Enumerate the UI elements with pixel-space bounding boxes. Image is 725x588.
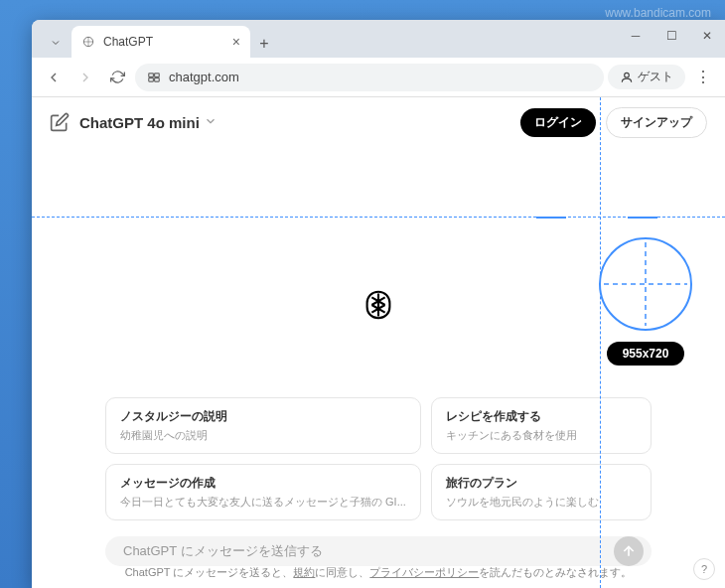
card-subtitle: 今日一日とても大変な友人に送るメッセージと子猫の GI... xyxy=(120,495,406,510)
address-bar: chatgpt.com ゲスト ⋮ xyxy=(32,58,725,97)
app-header: ChatGPT 4o mini ログイン サインアップ xyxy=(32,97,725,147)
suggestion-card[interactable]: 旅行のプラン ソウルを地元民のように楽しむ xyxy=(431,464,652,520)
browser-window: ─ ☐ ✕ ChatGPT × + chatgpt.c xyxy=(32,20,725,588)
terms-link[interactable]: 規約 xyxy=(293,566,315,578)
suggestion-card[interactable]: ノスタルジーの説明 幼稚園児への説明 xyxy=(105,397,421,454)
card-title: メッセージの作成 xyxy=(120,475,406,492)
nav-forward-button[interactable] xyxy=(72,64,99,91)
page-content: ChatGPT 4o mini ログイン サインアップ 955x720 xyxy=(32,97,725,588)
site-settings-icon[interactable] xyxy=(147,71,161,84)
openai-logo-icon xyxy=(360,286,397,324)
suggestion-cards: ノスタルジーの説明 幼稚園児への説明 レシピを作成する キッチンにある食材を使用… xyxy=(105,397,652,520)
browser-tab[interactable]: ChatGPT × xyxy=(72,26,250,58)
window-maximize[interactable]: ☐ xyxy=(653,20,689,52)
guest-label: ゲスト xyxy=(638,69,673,85)
card-subtitle: 幼稚園児への説明 xyxy=(120,428,406,443)
login-button[interactable]: ログイン xyxy=(520,108,596,137)
footer-disclaimer: ChatGPT にメッセージを送ると、規約に同意し、プライバシーポリシーを読んだ… xyxy=(32,565,725,580)
compose-icon[interactable] xyxy=(50,112,70,132)
send-button[interactable] xyxy=(614,536,644,566)
signup-button[interactable]: サインアップ xyxy=(606,107,707,138)
help-button[interactable]: ? xyxy=(693,558,715,580)
privacy-link[interactable]: プライバシーポリシー xyxy=(369,566,479,578)
chevron-down-icon xyxy=(204,114,218,131)
input-placeholder: ChatGPT にメッセージを送信する xyxy=(123,542,614,560)
suggestion-card[interactable]: メッセージの作成 今日一日とても大変な友人に送るメッセージと子猫の GI... xyxy=(105,464,421,520)
tab-search-icon[interactable] xyxy=(40,28,72,58)
main-area: ノスタルジーの説明 幼稚園児への説明 レシピを作成する キッチンにある食材を使用… xyxy=(32,147,725,526)
card-title: ノスタルジーの説明 xyxy=(120,408,406,425)
svg-rect-3 xyxy=(149,77,154,81)
message-input[interactable]: ChatGPT にメッセージを送信する xyxy=(105,536,652,566)
guest-profile-button[interactable]: ゲスト xyxy=(608,65,685,89)
url-text: chatgpt.com xyxy=(169,70,239,84)
svg-rect-1 xyxy=(149,73,154,76)
card-subtitle: キッチンにある食材を使用 xyxy=(446,428,637,443)
tab-favicon xyxy=(81,35,95,49)
new-tab-button[interactable]: + xyxy=(250,30,278,58)
svg-rect-2 xyxy=(155,73,160,76)
window-controls: ─ ☐ ✕ xyxy=(618,20,725,52)
address-field[interactable]: chatgpt.com xyxy=(135,64,604,91)
nav-back-button[interactable] xyxy=(40,64,68,91)
model-name: ChatGPT 4o mini xyxy=(79,114,200,131)
browser-menu-button[interactable]: ⋮ xyxy=(689,64,717,91)
tab-title: ChatGPT xyxy=(103,35,153,49)
card-title: レシピを作成する xyxy=(446,408,637,425)
logo-wrap xyxy=(360,286,397,328)
svg-rect-4 xyxy=(155,77,160,81)
svg-point-5 xyxy=(625,73,630,77)
tab-close-icon[interactable]: × xyxy=(232,34,240,50)
card-subtitle: ソウルを地元民のように楽しむ xyxy=(446,495,637,510)
card-title: 旅行のプラン xyxy=(446,475,637,492)
window-close[interactable]: ✕ xyxy=(689,20,725,52)
nav-reload-button[interactable] xyxy=(103,64,131,91)
watermark: www.bandicam.com xyxy=(605,6,711,20)
model-selector[interactable]: ChatGPT 4o mini xyxy=(79,114,218,131)
window-minimize[interactable]: ─ xyxy=(618,20,653,52)
suggestion-card[interactable]: レシピを作成する キッチンにある食材を使用 xyxy=(431,397,652,454)
